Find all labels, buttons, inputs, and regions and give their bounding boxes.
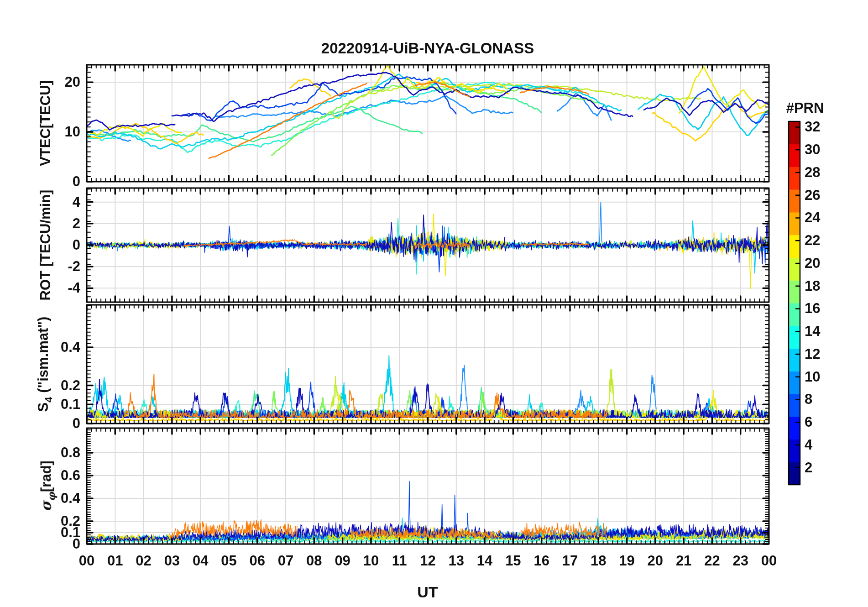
y-tick-label: 0.8 <box>30 445 80 460</box>
colorbar-tick-label: 30 <box>805 142 846 157</box>
y-tick-label: -2 <box>30 259 80 274</box>
colorbar-tick-label: 20 <box>805 256 846 271</box>
colorbar-tick-label: 8 <box>805 392 846 407</box>
x-axis-label: UT <box>417 583 438 601</box>
colorbar-title: #PRN <box>786 100 824 116</box>
y-tick-label: 0.6 <box>30 468 80 483</box>
colorbar-tick-label: 28 <box>805 165 846 180</box>
y-tick-label: 0.2 <box>30 378 80 393</box>
colorbar-tick-label: 10 <box>805 369 846 385</box>
y-tick-label: 4 <box>30 194 80 210</box>
chart-title: 20220914-UiB-NYA-GLONASS <box>321 40 534 57</box>
y-tick-label: 0.2 <box>30 513 80 529</box>
y-tick-label: 0 <box>30 174 80 189</box>
colorbar-tick-label: 2 <box>805 460 846 476</box>
y-tick-label: 2 <box>30 216 80 231</box>
figure: 20220914-UiB-NYA-GLONASS UT VTEC[TECU] R… <box>0 0 868 607</box>
colorbar-tick-label: 22 <box>805 233 846 248</box>
colorbar-tick-label: 18 <box>805 278 846 294</box>
colorbar-tick-label: 24 <box>805 210 846 225</box>
colorbar-tick-label: 4 <box>805 437 846 453</box>
colorbar-tick-label: 26 <box>805 188 846 203</box>
y-tick-label: 0.4 <box>30 491 80 506</box>
y-tick-label: 0.1 <box>30 397 80 412</box>
x-tick-label: 00 <box>751 552 787 570</box>
y-tick-label: 0 <box>30 416 80 431</box>
colorbar-tick-label: 14 <box>805 324 846 339</box>
y-tick-label: 10 <box>30 124 80 140</box>
colorbar-tick-label: 6 <box>805 414 846 430</box>
colorbar-tick-label: 16 <box>805 301 846 316</box>
y-axis-label-vtec: VTEC[TECU] <box>37 80 54 166</box>
y-tick-label: 0 <box>30 237 80 253</box>
colorbar-tick-label: 32 <box>805 119 846 135</box>
y-tick-label: 0.4 <box>30 340 80 355</box>
y-tick-label: -4 <box>30 280 80 296</box>
colorbar-tick-label: 12 <box>805 346 846 362</box>
plot-canvas <box>0 0 868 607</box>
y-tick-label: 20 <box>30 74 80 90</box>
